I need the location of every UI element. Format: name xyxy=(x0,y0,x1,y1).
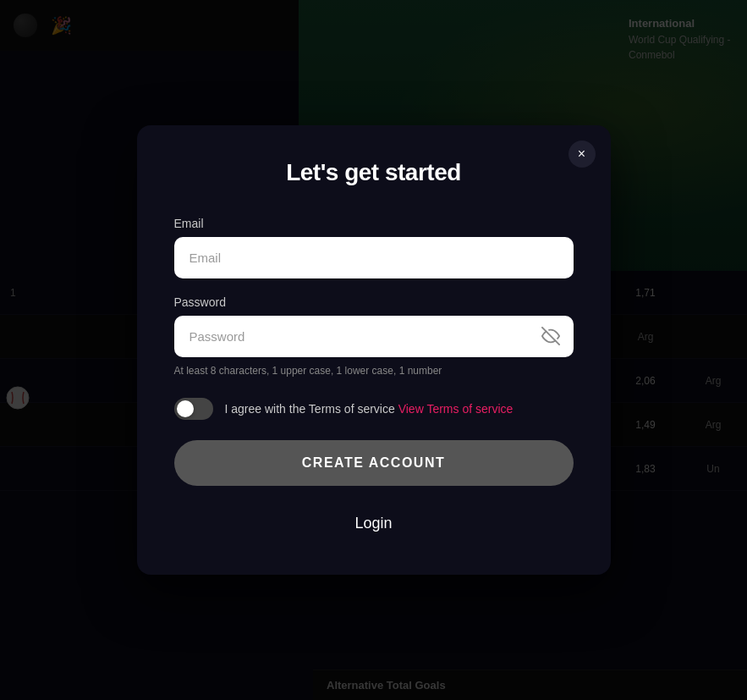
toggle-track xyxy=(174,398,213,420)
close-button[interactable]: × xyxy=(568,141,596,168)
terms-row: I agree with the Terms of service View T… xyxy=(174,398,574,420)
email-input[interactable] xyxy=(174,237,574,278)
modal-title: Let's get started xyxy=(174,159,574,186)
login-button[interactable]: Login xyxy=(174,503,574,544)
password-field-group: Password At least 8 characters, 1 upper … xyxy=(174,295,574,378)
email-field-group: Email xyxy=(174,217,574,278)
terms-text: I agree with the Terms of service View T… xyxy=(225,401,514,418)
terms-toggle[interactable] xyxy=(174,398,213,420)
modal-overlay: × Let's get started Email Password xyxy=(0,0,747,700)
password-label: Password xyxy=(174,295,574,309)
toggle-thumb xyxy=(177,400,194,417)
password-hint: At least 8 characters, 1 upper case, 1 l… xyxy=(174,364,574,378)
email-label: Email xyxy=(174,217,574,230)
registration-modal: × Let's get started Email Password xyxy=(137,125,611,576)
password-wrapper xyxy=(174,316,574,357)
terms-link[interactable]: View Terms of service xyxy=(398,402,514,416)
password-toggle-button[interactable] xyxy=(541,327,560,345)
create-account-button[interactable]: CREATE ACCOUNT xyxy=(174,440,574,486)
eye-off-icon xyxy=(541,327,560,345)
password-input[interactable] xyxy=(174,316,574,357)
